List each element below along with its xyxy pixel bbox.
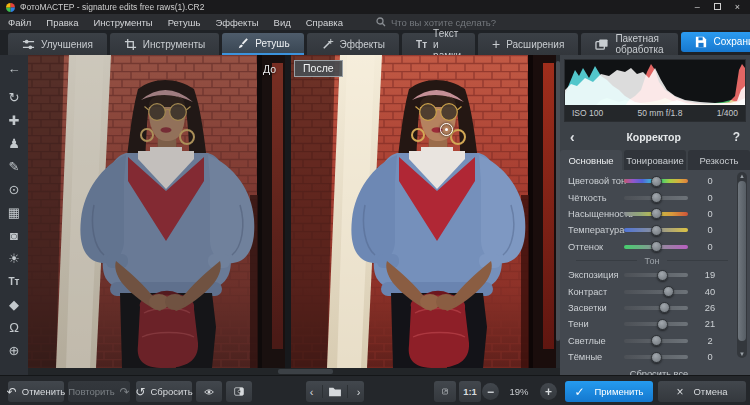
zoom-in-button[interactable]: + <box>540 383 557 400</box>
shutter-value: 1/400 <box>717 108 738 118</box>
zoom-out-button[interactable]: − <box>482 383 499 400</box>
main-tab-4[interactable]: Эффекты <box>307 33 399 55</box>
corrector-tab-3[interactable]: Резкость <box>688 150 750 170</box>
menu-item-5[interactable]: Эффекты <box>215 17 258 28</box>
eye-icon <box>204 386 214 398</box>
main-tab-3[interactable]: Ретушь <box>222 33 303 55</box>
main-tab-6[interactable]: + Расширения <box>478 33 578 55</box>
slider-handle[interactable] <box>651 352 662 363</box>
scroll-down-icon[interactable]: ▼ <box>737 350 747 358</box>
menu-item-2[interactable]: Правка <box>46 17 78 28</box>
slider-handle[interactable] <box>651 176 662 187</box>
graduated-filter-icon[interactable]: ▦ <box>2 201 26 224</box>
clone-stamp-icon[interactable]: ♟ <box>2 132 26 155</box>
slider-label: Насыщенность <box>568 209 624 219</box>
slider-handle[interactable] <box>657 270 668 281</box>
fill-icon[interactable]: ◆ <box>2 293 26 316</box>
cancel-x-icon: × <box>676 386 683 398</box>
slider-value: 19 <box>688 270 732 280</box>
check-icon: ✓ <box>574 386 584 398</box>
panel-scrollbar[interactable]: ▲ ▼ <box>737 172 747 358</box>
slider-value: 2 <box>688 336 732 346</box>
reset-button[interactable]: ↺ Сбросить <box>136 381 192 402</box>
open-folder-button[interactable] <box>328 381 342 402</box>
batch-icon <box>595 38 609 51</box>
slider-handle[interactable] <box>651 208 662 219</box>
brightness-icon[interactable]: ☀ <box>2 247 26 270</box>
scroll-up-icon[interactable]: ▲ <box>737 172 747 180</box>
actual-size-button[interactable]: 1:1 <box>459 381 481 402</box>
preview-original-button[interactable] <box>196 381 222 402</box>
magnet-icon[interactable]: Ω <box>2 316 26 339</box>
slider-value: 0 <box>688 242 732 252</box>
slider-handle[interactable] <box>663 286 674 297</box>
radial-filter-icon[interactable]: ⊙ <box>2 178 26 201</box>
main-tab-bar: Улучшения Инструменты Ретушь Эффекты Tт … <box>0 30 750 55</box>
slider-handle[interactable] <box>659 302 670 313</box>
target-icon[interactable]: ⊕ <box>2 339 26 362</box>
redo-button[interactable]: Повторить ↷ <box>68 381 130 402</box>
prev-photo-button[interactable]: ‹ <box>306 381 317 402</box>
slider-track[interactable] <box>624 306 688 310</box>
slider-handle[interactable] <box>651 335 662 346</box>
slider-track[interactable] <box>624 245 688 249</box>
fit-to-screen-button[interactable] <box>434 381 456 402</box>
cancel-button[interactable]: × Отмена <box>658 381 746 402</box>
slider-track[interactable] <box>624 322 688 326</box>
back-icon[interactable]: ← <box>2 57 26 80</box>
menu-item-4[interactable]: Ретушь <box>168 17 201 28</box>
menu-item-7[interactable]: Справка <box>306 17 343 28</box>
maximize-button[interactable] <box>714 3 721 10</box>
redo-label: Повторить <box>68 386 114 397</box>
slider-track[interactable] <box>624 339 688 343</box>
sliders-panel: Цветовой тон 0 Чёткость 0 Насыщенность 0… <box>560 170 750 375</box>
tab-label: Улучшения <box>41 39 93 50</box>
slider-track[interactable] <box>624 196 688 200</box>
tone-section-label: Тон <box>568 256 736 266</box>
canvas-horizontal-scrollbar[interactable] <box>28 368 560 375</box>
next-photo-button[interactable]: › <box>353 381 364 402</box>
slider-value: 21 <box>688 319 732 329</box>
corrector-tab-1[interactable]: Основные <box>560 150 622 170</box>
vignette-icon[interactable]: ◙ <box>2 224 26 247</box>
close-button[interactable]: × <box>735 0 740 14</box>
main-tab-5[interactable]: Tт Текст и рамки <box>402 33 475 55</box>
menu-item-1[interactable]: Файл <box>8 17 31 28</box>
apply-button[interactable]: ✓ Применить <box>565 381 653 402</box>
slider-row: Экспозиция 19 <box>568 267 750 283</box>
slider-handle[interactable] <box>651 225 662 236</box>
slider-label: Засветки <box>568 303 624 313</box>
after-pane[interactable]: После <box>291 55 556 368</box>
main-tab-2[interactable]: Инструменты <box>110 33 219 55</box>
scrollbar-thumb[interactable] <box>738 181 746 341</box>
slider-track[interactable] <box>624 212 688 216</box>
slider-track[interactable] <box>624 290 688 294</box>
menu-item-3[interactable]: Инструменты <box>93 17 152 28</box>
menu-bar: ФайлПравкаИнструментыРетушьЭффектыВидСпр… <box>0 14 750 30</box>
brush-tool-icon[interactable]: ✎ <box>2 155 26 178</box>
before-pane[interactable]: До <box>28 55 285 368</box>
corrector-tab-2[interactable]: Тонирование <box>624 150 686 170</box>
search-box[interactable]: Что вы хотите сделать? <box>376 17 496 28</box>
slider-track[interactable] <box>624 355 688 359</box>
slider-handle[interactable] <box>657 319 668 330</box>
undo-button[interactable]: ↶ Отменить <box>8 381 64 402</box>
main-tab-7[interactable]: Пакетная обработка <box>581 33 677 55</box>
before-after-view-button[interactable] <box>226 381 252 402</box>
slider-handle[interactable] <box>651 241 662 252</box>
minimize-button[interactable]: – <box>695 0 700 14</box>
slider-handle[interactable] <box>651 192 662 203</box>
tab-label: Расширения <box>506 39 564 50</box>
help-button[interactable]: ? <box>733 130 740 144</box>
save-button[interactable]: Сохранить <box>681 32 750 52</box>
slider-track[interactable] <box>624 273 688 277</box>
slider-row: Оттенок 0 <box>568 239 750 255</box>
menu-item-6[interactable]: Вид <box>274 17 291 28</box>
text-tool-icon[interactable]: Tт <box>2 270 26 293</box>
slider-row: Чёткость 0 <box>568 189 750 205</box>
slider-track[interactable] <box>624 228 688 232</box>
rotate-icon[interactable]: ↻ <box>2 86 26 109</box>
main-tab-1[interactable]: Улучшения <box>8 33 107 55</box>
slider-track[interactable] <box>624 179 688 183</box>
healing-patch-icon[interactable]: ✚ <box>2 109 26 132</box>
